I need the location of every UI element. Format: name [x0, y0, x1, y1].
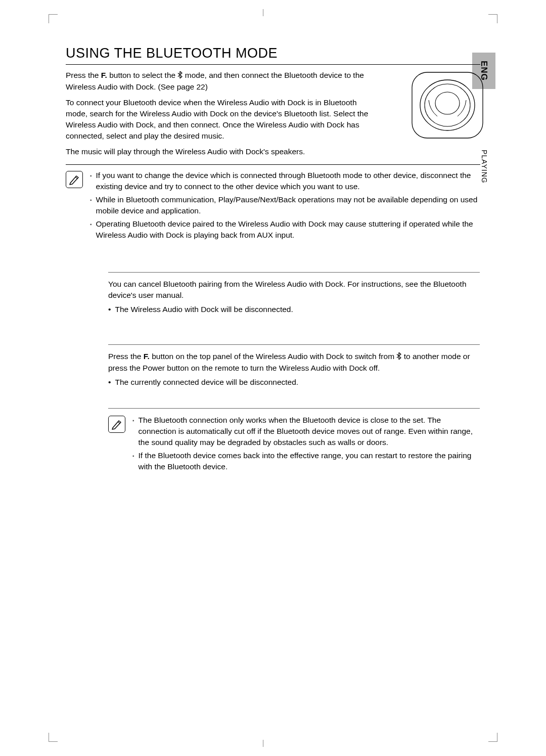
crop-mark	[263, 740, 263, 747]
text: The currently connected device will be d…	[115, 377, 298, 388]
text: While in Bluetooth communication, Play/P…	[96, 194, 480, 216]
text: Press the	[108, 352, 144, 361]
divider	[108, 272, 480, 273]
text: button to select the	[107, 71, 178, 79]
note-item: The Bluetooth connection only works when…	[132, 415, 480, 448]
bullet-item: The currently connected device will be d…	[108, 377, 480, 388]
text: Operating Bluetooth device paired to the…	[96, 218, 480, 241]
note-icon	[108, 416, 125, 433]
subsection-1: You can cancel Bluetooth pairing from th…	[108, 258, 480, 315]
page-title: USING THE BLUETOOTH MODE	[66, 46, 480, 65]
crop-mark	[488, 14, 497, 23]
crop-mark	[488, 733, 497, 742]
subsection-heading	[108, 258, 480, 268]
svg-point-2	[425, 84, 470, 126]
speaker-diagram	[410, 70, 485, 141]
intro-p2: To connect your Bluetooth device when th…	[66, 97, 379, 141]
text: Press the	[66, 71, 101, 79]
subsection-body: You can cancel Bluetooth pairing from th…	[108, 279, 480, 315]
crop-mark	[49, 733, 58, 742]
text: If you want to change the device which i…	[96, 170, 480, 192]
divider	[108, 408, 480, 409]
svg-point-3	[435, 92, 460, 114]
text: If the Bluetooth device comes back into …	[139, 450, 480, 472]
text: The Wireless Audio with Dock will be dis…	[115, 304, 293, 315]
subsection-2: Press the F. button on the top panel of …	[108, 330, 480, 388]
note-list-1: If you want to change the device which i…	[90, 170, 480, 243]
note-item: If you want to change the device which i…	[90, 170, 480, 192]
subsection-body: Press the F. button on the top panel of …	[108, 351, 480, 388]
svg-rect-0	[412, 72, 483, 138]
crop-mark	[263, 9, 263, 16]
f-button-label: F.	[101, 71, 107, 79]
page-content: USING THE BLUETOOTH MODE Press the F. bu…	[66, 46, 480, 474]
bluetooth-icon	[177, 70, 183, 81]
f-button-label: F.	[144, 352, 150, 361]
intro-p3: The music will play through the Wireless…	[66, 146, 430, 157]
note-item: If the Bluetooth device comes back into …	[132, 450, 480, 472]
text: The Bluetooth connection only works when…	[139, 415, 480, 448]
note-item: While in Bluetooth communication, Play/P…	[90, 194, 480, 216]
intro-p1: Press the F. button to select the mode, …	[66, 70, 379, 92]
subsection-heading	[108, 330, 480, 340]
section-side-label: PLAYING	[480, 150, 488, 184]
divider	[108, 344, 480, 345]
svg-point-1	[420, 80, 475, 130]
svg-line-5	[118, 422, 120, 423]
note-block-1: If you want to change the device which i…	[66, 170, 480, 243]
note-item: Operating Bluetooth device paired to the…	[90, 218, 480, 241]
crop-mark	[49, 14, 58, 23]
svg-line-4	[75, 177, 77, 179]
text: button on the top panel of the Wireless …	[150, 352, 397, 361]
text: You can cancel Bluetooth pairing from th…	[108, 280, 467, 299]
divider	[66, 164, 480, 165]
note-block-2: The Bluetooth connection only works when…	[108, 408, 480, 474]
bluetooth-icon	[396, 351, 401, 363]
intro-text: Press the F. button to select the mode, …	[66, 70, 379, 157]
bullet-item: The Wireless Audio with Dock will be dis…	[108, 304, 480, 315]
note-list-2: The Bluetooth connection only works when…	[132, 415, 480, 474]
note-icon	[66, 171, 83, 188]
